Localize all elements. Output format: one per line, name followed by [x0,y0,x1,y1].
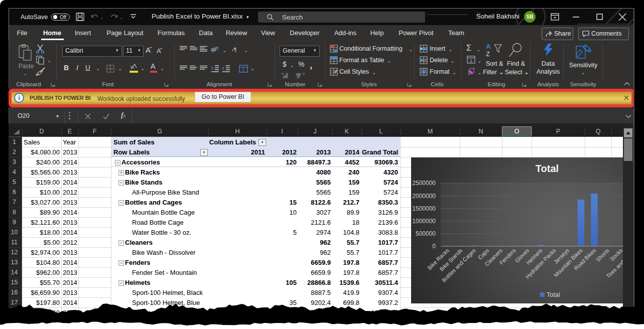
svg-text:Total: Total [536,163,559,174]
svg-text:Total: Total [547,291,560,298]
svg-text:1000000: 1000000 [412,218,436,225]
svg-text:.0: .0 [296,75,300,79]
svg-text:2500000: 2500000 [412,180,436,187]
svg-text:.00: .00 [282,75,288,79]
svg-text:500000: 500000 [416,230,436,237]
svg-text:2000000: 2000000 [412,193,436,200]
svg-text:0: 0 [432,243,436,250]
svg-text:Z: Z [486,50,490,58]
svg-text:›¶: ›¶ [232,47,237,53]
svg-text:1500000: 1500000 [412,205,436,212]
svg-text:A: A [486,43,491,50]
